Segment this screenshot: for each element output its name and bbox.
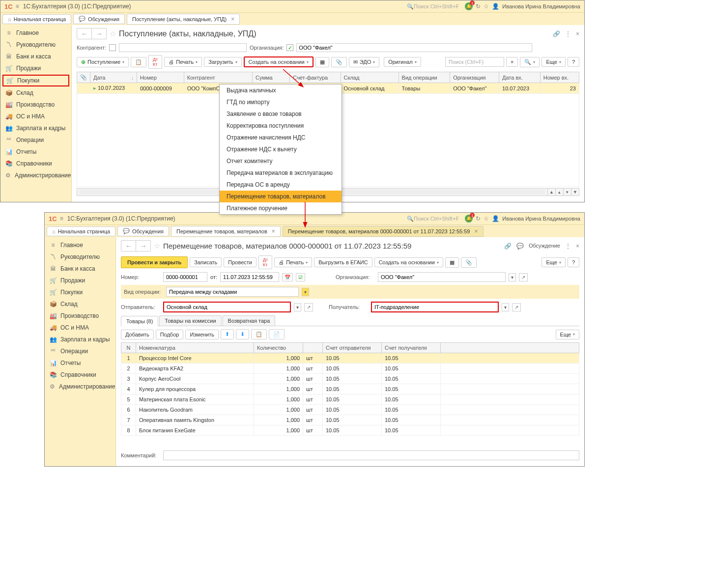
col-qty[interactable]: Количество <box>254 343 303 353</box>
notification-bell-icon[interactable]: 🔔 <box>465 2 473 10</box>
forward-button[interactable]: → <box>92 28 106 39</box>
sidebar-item-production[interactable]: 🏭Производство <box>0 99 71 111</box>
col-number[interactable]: Номер <box>137 72 184 83</box>
sidebar-item-main[interactable]: ≡Главное <box>0 27 71 39</box>
close-icon[interactable]: × <box>576 243 579 250</box>
sidebar-item-admin[interactable]: ⚙Администрирование <box>0 169 71 181</box>
btn-edo[interactable]: ✉ЭДО▾ <box>349 57 380 67</box>
table-row[interactable]: 6 Накопитель Goodram 1,000 шт 10.05 10.0… <box>121 405 579 415</box>
link-icon[interactable]: 🔗 <box>504 243 512 250</box>
sidebar-item-operations[interactable]: ᴬᴷОперации <box>0 134 71 146</box>
close-icon[interactable]: × <box>272 228 275 235</box>
input-org[interactable] <box>378 272 506 282</box>
checkbox-contragent[interactable] <box>109 44 116 51</box>
col-n[interactable]: N <box>121 343 136 353</box>
sidebar-item-bank[interactable]: 🏛Банк и касса <box>0 51 71 62</box>
sidebar-item-production[interactable]: 🏭Производство <box>45 310 115 322</box>
back-button[interactable]: ← <box>77 28 92 39</box>
scroll-up-icon[interactable]: ▴ <box>555 189 563 196</box>
sidebar-item-assets[interactable]: 🚚ОС и НМА <box>45 322 115 334</box>
sidebar-item-payroll[interactable]: 👥Зарплата и кадры <box>0 122 71 134</box>
sidebar-item-sales[interactable]: 🛒Продажи <box>0 62 71 74</box>
btn-more[interactable]: Еще▾ <box>541 257 565 267</box>
menu-item[interactable]: Передача материалов в эксплуатацию <box>220 167 342 179</box>
sidebar-item-manager[interactable]: 〽Руководителю <box>0 39 71 51</box>
btn-pick[interactable]: Подбор <box>156 330 184 339</box>
open-icon[interactable]: ↗ <box>304 303 313 311</box>
star-icon[interactable]: ☆ <box>484 3 489 10</box>
table-row[interactable]: 1 Процессор Intel Core 1,000 шт 10.05 10… <box>121 353 579 364</box>
btn-help[interactable]: ? <box>568 57 579 67</box>
col-optype[interactable]: Вид операции <box>399 72 450 83</box>
btn-original[interactable]: Оригинал▾ <box>384 57 421 67</box>
tab-home[interactable]: ⌂ Начальная страница <box>2 14 71 24</box>
col-contragent[interactable]: Контрагент <box>184 72 252 83</box>
close-icon[interactable]: × <box>576 30 579 37</box>
btn-spreadsheet[interactable]: ▦ <box>315 57 329 67</box>
sidebar-item-main[interactable]: ≡Главное <box>45 239 115 251</box>
subtab-container[interactable]: Возвратная тара <box>223 315 276 326</box>
chat-icon[interactable]: 💬 <box>516 243 524 250</box>
col-attach[interactable]: 📎 <box>77 72 90 83</box>
table-row[interactable]: 7 Оперативная память Kingston 1,000 шт 1… <box>121 415 579 425</box>
menu-item-highlighted[interactable]: Перемещение товаров, материалов <box>220 191 342 202</box>
search-input[interactable]: Поиск (Ctrl+F) <box>445 57 504 67</box>
btn-create-based-on[interactable]: Создать на основании▾ <box>244 56 313 67</box>
btn-post[interactable]: Провести <box>224 257 256 267</box>
scroll-top-icon[interactable]: ▲ <box>547 189 555 196</box>
col-unit[interactable] <box>303 343 323 353</box>
table-row[interactable]: 5 Материнская плата Esonic 1,000 шт 10.0… <box>121 394 579 405</box>
menu-item[interactable]: Корректировка поступления <box>220 120 342 132</box>
link-icon[interactable]: 🔗 <box>553 30 560 37</box>
tab-receipt[interactable]: Поступление (акты, накладные, УПД) × <box>127 14 240 25</box>
favorite-icon[interactable]: ☆ <box>154 242 160 251</box>
btn-paste-rows[interactable]: 📄 <box>269 329 285 339</box>
history-icon[interactable]: ↻ <box>476 215 481 222</box>
sidebar-item-assets[interactable]: 🚚ОС и НМА <box>0 111 71 122</box>
user-icon[interactable]: 👤 <box>492 215 499 222</box>
btn-add[interactable]: Добавить <box>121 330 154 339</box>
tab-discussions[interactable]: 💬 Обсуждения <box>73 14 125 24</box>
input-org[interactable] <box>296 43 532 52</box>
user-icon[interactable]: 👤 <box>492 3 499 10</box>
checklist-icon[interactable]: ☑ <box>296 273 305 281</box>
notification-bell-icon[interactable]: 🔔 <box>465 215 473 223</box>
btn-move-down[interactable]: ⬇ <box>236 329 249 339</box>
input-number[interactable] <box>163 272 207 282</box>
burger-icon[interactable]: ≡ <box>60 215 63 222</box>
table-row[interactable]: 3 Корпус AeroCool 1,000 шт 10.05 10.05 <box>121 374 579 384</box>
calendar-icon[interactable]: 📅 <box>282 273 293 281</box>
history-icon[interactable]: ↻ <box>476 3 481 10</box>
col-org[interactable]: Организация <box>450 72 499 83</box>
input-receiver[interactable] <box>371 302 499 312</box>
sidebar-item-refs[interactable]: 📚Справочники <box>0 158 71 169</box>
sidebar-item-purchases[interactable]: 🛒Покупки <box>45 286 115 298</box>
btn-attach[interactable]: 📎 <box>461 257 477 268</box>
tab-transfer-list[interactable]: Перемещение товаров, материалов× <box>171 226 281 237</box>
menu-item[interactable]: Выдача наличных <box>220 84 342 96</box>
back-button[interactable]: ← <box>121 241 136 251</box>
sidebar-item-operations[interactable]: ᴬᴷОперации <box>45 345 115 357</box>
btn-attach[interactable]: 📎 <box>331 57 347 67</box>
btn-more[interactable]: Еще▾ <box>541 57 565 67</box>
input-comment[interactable] <box>163 450 579 460</box>
open-icon[interactable]: ↗ <box>512 303 521 311</box>
forward-button[interactable]: → <box>136 241 150 251</box>
burger-icon[interactable]: ≡ <box>16 3 19 10</box>
dropdown-icon[interactable]: ▾ <box>502 303 509 311</box>
favorite-icon[interactable]: ☆ <box>110 29 116 38</box>
col-warehouse[interactable]: Склад <box>341 72 399 83</box>
btn-print[interactable]: 🖨Печать▾ <box>164 57 202 67</box>
btn-post-close[interactable]: Провести и закрыть <box>121 256 188 268</box>
table-row[interactable]: 8 Блок питания ExeGate 1,000 шт 10.05 10… <box>121 425 579 436</box>
btn-dkt[interactable]: ДтКт <box>148 55 162 69</box>
btn-dkt[interactable]: ДтКт <box>258 255 272 269</box>
btn-move-up[interactable]: ⬆ <box>221 329 234 339</box>
tab-discussions[interactable]: 💬Обсуждения <box>117 226 169 236</box>
sidebar-item-reports[interactable]: 📊Отчеты <box>0 146 71 158</box>
col-name[interactable]: Номенклатура <box>136 343 254 353</box>
sidebar-item-manager[interactable]: 〽Руководителю <box>45 251 115 263</box>
menu-item[interactable]: Отчет комитенту <box>220 155 342 167</box>
input-optype[interactable] <box>166 287 299 297</box>
col-invoice[interactable]: Счет-фактура <box>290 72 341 83</box>
